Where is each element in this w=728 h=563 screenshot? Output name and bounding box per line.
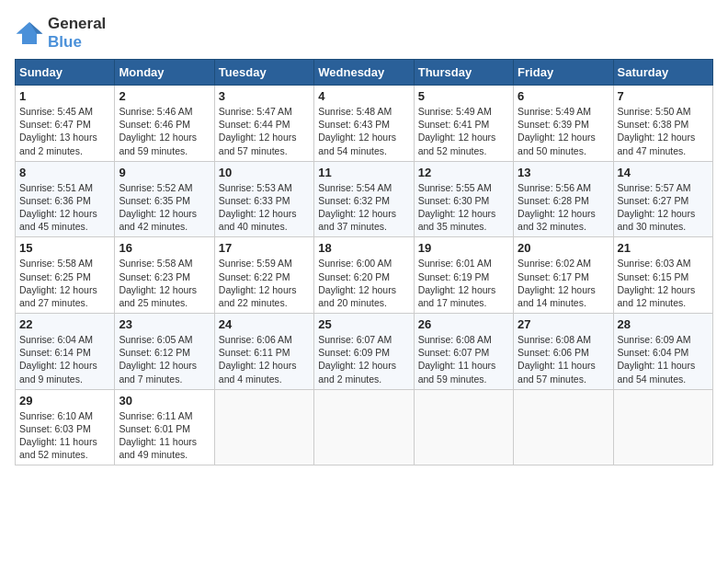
- calendar-cell: 2Sunrise: 5:46 AM Sunset: 6:46 PM Daylig…: [115, 86, 214, 162]
- day-info: Sunrise: 6:06 AM Sunset: 6:11 PM Dayligh…: [219, 333, 310, 385]
- calendar-cell: 12Sunrise: 5:55 AM Sunset: 6:30 PM Dayli…: [414, 161, 513, 237]
- day-number: 25: [318, 317, 409, 331]
- logo-text: General Blue: [48, 15, 106, 52]
- calendar-cell: 18Sunrise: 6:00 AM Sunset: 6:20 PM Dayli…: [314, 237, 414, 314]
- calendar: SundayMondayTuesdayWednesdayThursdayFrid…: [15, 59, 713, 465]
- day-info: Sunrise: 5:47 AM Sunset: 6:44 PM Dayligh…: [219, 105, 310, 157]
- calendar-cell: 24Sunrise: 6:06 AM Sunset: 6:11 PM Dayli…: [214, 314, 313, 390]
- day-number: 4: [318, 89, 409, 103]
- day-number: 18: [318, 241, 409, 255]
- day-info: Sunrise: 5:54 AM Sunset: 6:32 PM Dayligh…: [318, 181, 409, 234]
- day-number: 28: [618, 317, 709, 331]
- day-number: 5: [418, 89, 509, 103]
- day-info: Sunrise: 5:45 AM Sunset: 6:47 PM Dayligh…: [19, 105, 110, 157]
- day-number: 19: [418, 241, 509, 255]
- day-number: 22: [19, 317, 110, 331]
- day-number: 3: [219, 89, 310, 103]
- calendar-cell: 5Sunrise: 5:49 AM Sunset: 6:41 PM Daylig…: [414, 86, 513, 162]
- calendar-cell: 19Sunrise: 6:01 AM Sunset: 6:19 PM Dayli…: [414, 237, 513, 314]
- day-info: Sunrise: 5:59 AM Sunset: 6:22 PM Dayligh…: [219, 257, 310, 309]
- page-header: General Blue: [15, 15, 713, 52]
- calendar-cell: [514, 389, 613, 465]
- day-info: Sunrise: 5:49 AM Sunset: 6:39 PM Dayligh…: [518, 105, 609, 157]
- day-info: Sunrise: 5:58 AM Sunset: 6:25 PM Dayligh…: [19, 257, 110, 309]
- day-number: 1: [19, 89, 110, 103]
- day-info: Sunrise: 6:10 AM Sunset: 6:03 PM Dayligh…: [19, 409, 110, 462]
- day-info: Sunrise: 6:04 AM Sunset: 6:14 PM Dayligh…: [19, 333, 110, 385]
- calendar-cell: 8Sunrise: 5:51 AM Sunset: 6:36 PM Daylig…: [16, 161, 115, 237]
- day-info: Sunrise: 5:52 AM Sunset: 6:35 PM Dayligh…: [119, 181, 210, 234]
- day-number: 15: [19, 241, 110, 255]
- calendar-cell: 25Sunrise: 6:07 AM Sunset: 6:09 PM Dayli…: [314, 314, 414, 390]
- calendar-cell: 29Sunrise: 6:10 AM Sunset: 6:03 PM Dayli…: [16, 389, 115, 465]
- calendar-cell: 6Sunrise: 5:49 AM Sunset: 6:39 PM Daylig…: [514, 86, 613, 162]
- calendar-cell: 3Sunrise: 5:47 AM Sunset: 6:44 PM Daylig…: [214, 86, 313, 162]
- day-info: Sunrise: 6:03 AM Sunset: 6:15 PM Dayligh…: [618, 257, 709, 309]
- day-info: Sunrise: 5:48 AM Sunset: 6:43 PM Dayligh…: [318, 105, 409, 157]
- day-info: Sunrise: 5:50 AM Sunset: 6:38 PM Dayligh…: [618, 105, 709, 157]
- day-info: Sunrise: 6:01 AM Sunset: 6:19 PM Dayligh…: [418, 257, 509, 309]
- calendar-cell: 13Sunrise: 5:56 AM Sunset: 6:28 PM Dayli…: [514, 161, 613, 237]
- day-info: Sunrise: 5:53 AM Sunset: 6:33 PM Dayligh…: [219, 181, 310, 234]
- calendar-cell: 9Sunrise: 5:52 AM Sunset: 6:35 PM Daylig…: [115, 161, 214, 237]
- day-number: 13: [518, 166, 609, 179]
- calendar-cell: 26Sunrise: 6:08 AM Sunset: 6:07 PM Dayli…: [414, 314, 513, 390]
- day-info: Sunrise: 5:51 AM Sunset: 6:36 PM Dayligh…: [19, 181, 110, 234]
- calendar-cell: 22Sunrise: 6:04 AM Sunset: 6:14 PM Dayli…: [16, 314, 115, 390]
- day-info: Sunrise: 5:49 AM Sunset: 6:41 PM Dayligh…: [418, 105, 509, 157]
- logo: General Blue: [15, 15, 106, 52]
- calendar-cell: 23Sunrise: 6:05 AM Sunset: 6:12 PM Dayli…: [115, 314, 214, 390]
- day-number: 26: [418, 317, 509, 331]
- day-number: 2: [119, 89, 210, 103]
- calendar-header-monday: Monday: [115, 60, 214, 86]
- calendar-cell: 30Sunrise: 6:11 AM Sunset: 6:01 PM Dayli…: [115, 389, 214, 465]
- day-number: 10: [219, 166, 310, 179]
- day-info: Sunrise: 5:56 AM Sunset: 6:28 PM Dayligh…: [518, 181, 609, 234]
- calendar-header-sunday: Sunday: [16, 60, 115, 86]
- day-info: Sunrise: 5:58 AM Sunset: 6:23 PM Dayligh…: [119, 257, 210, 309]
- calendar-cell: 17Sunrise: 5:59 AM Sunset: 6:22 PM Dayli…: [214, 237, 313, 314]
- day-info: Sunrise: 6:09 AM Sunset: 6:04 PM Dayligh…: [618, 333, 709, 385]
- calendar-header-saturday: Saturday: [613, 60, 712, 86]
- day-number: 8: [19, 166, 110, 179]
- day-number: 16: [119, 241, 210, 255]
- logo-icon: [15, 20, 44, 46]
- calendar-cell: 14Sunrise: 5:57 AM Sunset: 6:27 PM Dayli…: [613, 161, 712, 237]
- calendar-cell: 11Sunrise: 5:54 AM Sunset: 6:32 PM Dayli…: [314, 161, 414, 237]
- day-info: Sunrise: 6:08 AM Sunset: 6:06 PM Dayligh…: [518, 333, 609, 385]
- calendar-cell: 1Sunrise: 5:45 AM Sunset: 6:47 PM Daylig…: [16, 86, 115, 162]
- day-info: Sunrise: 5:55 AM Sunset: 6:30 PM Dayligh…: [418, 181, 509, 234]
- calendar-cell: 21Sunrise: 6:03 AM Sunset: 6:15 PM Dayli…: [613, 237, 712, 314]
- day-number: 14: [618, 166, 709, 179]
- day-number: 17: [219, 241, 310, 255]
- calendar-cell: 27Sunrise: 6:08 AM Sunset: 6:06 PM Dayli…: [514, 314, 613, 390]
- calendar-header-thursday: Thursday: [414, 60, 513, 86]
- calendar-cell: 15Sunrise: 5:58 AM Sunset: 6:25 PM Dayli…: [16, 237, 115, 314]
- day-number: 23: [119, 317, 210, 331]
- calendar-header-wednesday: Wednesday: [314, 60, 414, 86]
- calendar-cell: [613, 389, 712, 465]
- calendar-cell: [414, 389, 513, 465]
- day-number: 30: [119, 394, 210, 408]
- calendar-header-tuesday: Tuesday: [214, 60, 313, 86]
- day-info: Sunrise: 6:08 AM Sunset: 6:07 PM Dayligh…: [418, 333, 509, 385]
- day-info: Sunrise: 5:46 AM Sunset: 6:46 PM Dayligh…: [119, 105, 210, 157]
- day-info: Sunrise: 6:11 AM Sunset: 6:01 PM Dayligh…: [119, 409, 210, 462]
- day-info: Sunrise: 6:05 AM Sunset: 6:12 PM Dayligh…: [119, 333, 210, 385]
- calendar-cell: 28Sunrise: 6:09 AM Sunset: 6:04 PM Dayli…: [613, 314, 712, 390]
- day-number: 9: [119, 166, 210, 179]
- calendar-cell: [214, 389, 313, 465]
- day-number: 21: [618, 241, 709, 255]
- day-info: Sunrise: 5:57 AM Sunset: 6:27 PM Dayligh…: [618, 181, 709, 234]
- day-number: 20: [518, 241, 609, 255]
- day-info: Sunrise: 6:00 AM Sunset: 6:20 PM Dayligh…: [318, 257, 409, 309]
- day-number: 29: [19, 394, 110, 408]
- calendar-cell: 16Sunrise: 5:58 AM Sunset: 6:23 PM Dayli…: [115, 237, 214, 314]
- day-info: Sunrise: 6:02 AM Sunset: 6:17 PM Dayligh…: [518, 257, 609, 309]
- day-number: 24: [219, 317, 310, 331]
- day-number: 27: [518, 317, 609, 331]
- day-number: 11: [318, 166, 409, 179]
- calendar-cell: 7Sunrise: 5:50 AM Sunset: 6:38 PM Daylig…: [613, 86, 712, 162]
- day-number: 7: [618, 89, 709, 103]
- calendar-cell: [314, 389, 414, 465]
